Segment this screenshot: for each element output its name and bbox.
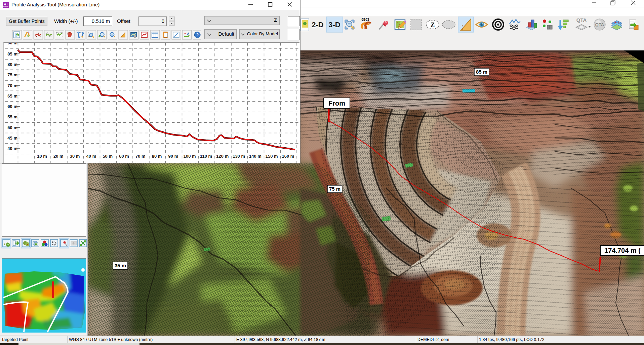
svg-text:40 m: 40 m bbox=[86, 154, 96, 159]
svg-text:Z: Z bbox=[431, 21, 435, 28]
svg-text:174.704 m (: 174.704 m ( bbox=[604, 247, 641, 254]
svg-text:140 m: 140 m bbox=[249, 154, 261, 159]
svg-text:110 m: 110 m bbox=[200, 154, 212, 159]
svg-text:150 m: 150 m bbox=[266, 154, 278, 159]
svg-text:From: From bbox=[328, 100, 345, 107]
svg-text:50 m: 50 m bbox=[103, 154, 113, 159]
svg-text:30 m: 30 m bbox=[70, 154, 80, 159]
svg-text:GO: GO bbox=[361, 16, 369, 22]
svg-text:85 m: 85 m bbox=[476, 69, 487, 75]
svg-text:?: ? bbox=[196, 32, 199, 37]
svg-text:90 m: 90 m bbox=[7, 43, 17, 45]
svg-text:35 m: 35 m bbox=[115, 263, 126, 268]
svg-text:75 m: 75 m bbox=[329, 186, 340, 192]
svg-text:100 m: 100 m bbox=[184, 154, 196, 159]
svg-text:60 m: 60 m bbox=[119, 154, 129, 159]
svg-text:70 m: 70 m bbox=[135, 154, 146, 159]
svg-text:80 m: 80 m bbox=[152, 154, 162, 159]
svg-text:90 m: 90 m bbox=[168, 154, 178, 159]
svg-text:2-D: 2-D bbox=[312, 21, 323, 29]
svg-text:QTA: QTA bbox=[595, 22, 604, 27]
svg-text:160 m: 160 m bbox=[282, 154, 294, 159]
svg-text:20 m: 20 m bbox=[53, 154, 64, 159]
svg-text:10 m: 10 m bbox=[37, 154, 47, 159]
svg-text:QTA: QTA bbox=[576, 17, 587, 23]
svg-text:3-D: 3-D bbox=[328, 21, 340, 29]
svg-text:120 m: 120 m bbox=[216, 154, 229, 159]
svg-text:130 m: 130 m bbox=[233, 154, 245, 159]
